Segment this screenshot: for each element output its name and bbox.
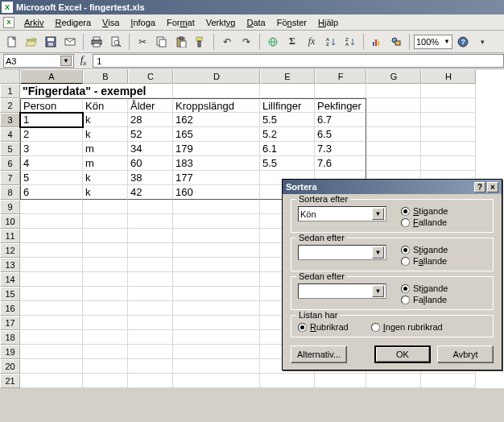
row-header[interactable]: 2	[0, 98, 20, 113]
cell[interactable]	[128, 229, 173, 243]
cell[interactable]	[366, 142, 421, 156]
cell[interactable]	[173, 229, 260, 243]
cell[interactable]: 7.6	[315, 156, 366, 171]
cell[interactable]	[128, 272, 173, 287]
menu-redigera[interactable]: Redigera	[50, 16, 96, 29]
col-header-A[interactable]: A	[20, 69, 83, 84]
cell[interactable]: Ålder	[128, 98, 173, 113]
menu-format[interactable]: Format	[162, 16, 200, 29]
save-icon[interactable]	[42, 33, 60, 51]
cell[interactable]: k	[83, 127, 128, 142]
mail-icon[interactable]	[61, 33, 79, 51]
cell[interactable]	[128, 345, 173, 359]
radio-desc-2[interactable]: Fallande	[401, 256, 448, 266]
sort-asc-icon[interactable]: AZ	[322, 33, 340, 51]
cell[interactable]	[83, 316, 128, 330]
function-icon[interactable]: fx	[303, 33, 320, 51]
sort-key-1-combobox[interactable]: Kön ▼	[298, 206, 386, 221]
row-header[interactable]: 10	[0, 214, 20, 229]
cell[interactable]	[20, 229, 83, 243]
cell[interactable]	[20, 200, 83, 214]
print-preview-icon[interactable]	[107, 33, 125, 51]
sort-key-2-combobox[interactable]: ▼	[298, 245, 386, 260]
cell[interactable]: Person	[20, 98, 83, 113]
cell[interactable]: 165	[173, 127, 260, 142]
cell[interactable]	[366, 84, 421, 98]
cell[interactable]	[173, 258, 260, 272]
cell[interactable]	[315, 374, 366, 388]
cell[interactable]	[173, 243, 260, 258]
cell[interactable]: m	[83, 142, 128, 156]
col-header-G[interactable]: G	[366, 69, 421, 84]
radio-asc-1[interactable]: Stigande	[401, 206, 448, 216]
col-header-E[interactable]: E	[260, 69, 315, 84]
cell[interactable]: 6	[20, 185, 83, 200]
cell[interactable]	[20, 258, 83, 272]
cell[interactable]	[83, 287, 128, 301]
row-header[interactable]: 8	[0, 185, 20, 200]
cell[interactable]	[421, 98, 476, 113]
cell[interactable]: 52	[128, 127, 173, 142]
radio-desc-1[interactable]: Fallande	[401, 217, 448, 227]
cell[interactable]	[20, 243, 83, 258]
sort-key-3-combobox[interactable]: ▼	[298, 283, 386, 299]
row-header[interactable]: 17	[0, 316, 20, 330]
col-header-B[interactable]: B	[83, 69, 128, 84]
cell-active[interactable]: 1	[20, 113, 83, 127]
radio-desc-3[interactable]: Fallande	[401, 295, 448, 304]
cell[interactable]	[421, 84, 476, 98]
redo-icon[interactable]: ↷	[238, 33, 255, 51]
cell[interactable]	[128, 330, 173, 345]
row-header[interactable]: 20	[0, 359, 20, 374]
row-header[interactable]: 21	[0, 374, 20, 388]
cell[interactable]	[366, 98, 421, 113]
zoom-combobox[interactable]: 100% ▼	[414, 35, 452, 49]
cell[interactable]	[20, 214, 83, 229]
cell[interactable]: 38	[128, 171, 173, 185]
open-icon[interactable]	[23, 33, 40, 51]
cell[interactable]	[128, 374, 173, 388]
col-header-H[interactable]: H	[421, 69, 476, 84]
row-header[interactable]: 15	[0, 287, 20, 301]
ok-button[interactable]: OK	[374, 345, 431, 363]
cell[interactable]	[366, 374, 421, 388]
radio-asc-3[interactable]: Stigande	[401, 283, 448, 293]
cell[interactable]	[173, 214, 260, 229]
cell[interactable]	[83, 272, 128, 287]
cell[interactable]: 6.5	[315, 127, 366, 142]
cell[interactable]	[20, 374, 83, 388]
cell[interactable]	[20, 359, 83, 374]
cell[interactable]	[421, 113, 476, 127]
toolbar-options-icon[interactable]: ▾	[473, 33, 491, 51]
row-header[interactable]: 13	[0, 258, 20, 272]
cell[interactable]	[260, 84, 315, 98]
col-header-D[interactable]: D	[173, 69, 260, 84]
cell[interactable]	[83, 301, 128, 316]
options-button[interactable]: Alternativ...	[291, 345, 347, 363]
cell[interactable]	[366, 127, 421, 142]
formula-bar[interactable]: 1	[93, 54, 504, 68]
paste-icon[interactable]	[172, 33, 190, 51]
cell[interactable]: 5.2	[260, 127, 315, 142]
cell[interactable]: 179	[173, 142, 260, 156]
menu-data[interactable]: Data	[242, 16, 270, 29]
fx-icon[interactable]: fx	[77, 54, 89, 67]
cell[interactable]: 6.7	[315, 113, 366, 127]
cell[interactable]: 5.5	[260, 156, 315, 171]
row-header[interactable]: 14	[0, 272, 20, 287]
cell[interactable]	[173, 301, 260, 316]
workbook-icon[interactable]: X	[3, 17, 14, 28]
cell[interactable]: Lillfinger	[260, 98, 315, 113]
cell[interactable]: 5	[20, 171, 83, 185]
cell[interactable]	[421, 127, 476, 142]
row-header[interactable]: 1	[0, 84, 20, 98]
col-header-C[interactable]: C	[128, 69, 173, 84]
cell[interactable]	[315, 84, 366, 98]
row-header[interactable]: 4	[0, 127, 20, 142]
cell[interactable]: 5.5	[260, 113, 315, 127]
menu-arkiv[interactable]: Arkiv	[19, 16, 48, 29]
cell[interactable]: 183	[173, 156, 260, 171]
cell[interactable]	[128, 200, 173, 214]
row-header[interactable]: 19	[0, 345, 20, 359]
cell[interactable]: 28	[128, 113, 173, 127]
